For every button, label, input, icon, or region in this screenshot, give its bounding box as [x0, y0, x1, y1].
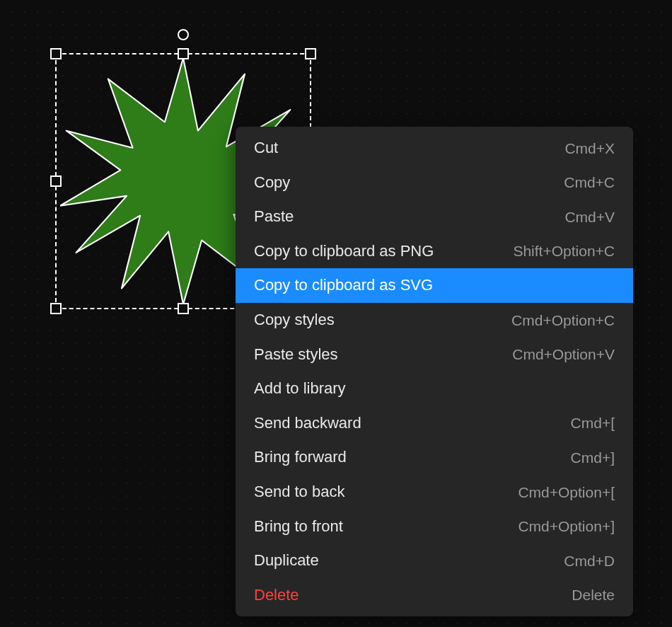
menu-item-send-to-back[interactable]: Send to backCmd+Option+[ [236, 475, 633, 510]
menu-item-cut[interactable]: CutCmd+X [236, 131, 633, 166]
menu-item-shortcut: Cmd+C [564, 173, 615, 192]
menu-item-label: Copy [254, 173, 290, 193]
context-menu: CutCmd+XCopyCmd+CPasteCmd+VCopy to clipb… [236, 127, 633, 616]
menu-item-label: Copy styles [254, 310, 335, 330]
resize-handle-bottom-left[interactable] [50, 303, 62, 314]
resize-handle-bottom-middle[interactable] [178, 303, 189, 314]
menu-item-shortcut: Cmd+X [564, 139, 615, 158]
menu-item-copy[interactable]: CopyCmd+C [236, 166, 633, 200]
menu-item-shortcut: Cmd+Option+[ [518, 483, 615, 502]
menu-item-label: Send backward [254, 413, 361, 434]
menu-item-duplicate[interactable]: DuplicateCmd+D [236, 543, 633, 578]
menu-item-label: Paste styles [254, 345, 338, 365]
menu-item-add-to-library[interactable]: Add to library [236, 372, 633, 406]
menu-item-delete[interactable]: DeleteDelete [236, 578, 633, 613]
menu-item-copy-styles[interactable]: Copy stylesCmd+Option+C [236, 303, 633, 338]
menu-item-label: Duplicate [254, 551, 319, 571]
menu-item-label: Bring forward [254, 447, 347, 468]
menu-item-label: Copy to clipboard as PNG [254, 241, 434, 262]
canvas-area[interactable]: CutCmd+XCopyCmd+CPasteCmd+VCopy to clipb… [0, 0, 672, 627]
menu-item-label: Paste [254, 207, 294, 227]
menu-item-shortcut: Delete [572, 585, 615, 604]
rotate-handle[interactable] [178, 29, 189, 40]
menu-item-shortcut: Cmd+V [564, 207, 615, 226]
menu-item-label: Add to library [254, 379, 346, 399]
menu-item-shortcut: Cmd+[ [571, 413, 615, 432]
menu-item-shortcut: Cmd+Option+V [512, 345, 615, 364]
menu-item-copy-to-clipboard-as-svg[interactable]: Copy to clipboard as SVG [236, 268, 633, 303]
menu-item-shortcut: Cmd+D [564, 551, 615, 570]
menu-item-label: Delete [254, 585, 299, 606]
resize-handle-top-right[interactable] [305, 48, 316, 59]
resize-handle-middle-left[interactable] [50, 176, 62, 187]
resize-handle-top-left[interactable] [50, 48, 62, 59]
resize-handle-top-middle[interactable] [178, 48, 189, 59]
menu-item-paste[interactable]: PasteCmd+V [236, 200, 633, 234]
menu-item-paste-styles[interactable]: Paste stylesCmd+Option+V [236, 338, 633, 372]
menu-item-label: Bring to front [254, 517, 343, 537]
menu-item-bring-forward[interactable]: Bring forwardCmd+] [236, 440, 633, 475]
menu-item-send-backward[interactable]: Send backwardCmd+[ [236, 406, 633, 441]
menu-item-shortcut: Cmd+Option+] [518, 517, 615, 536]
menu-item-shortcut: Cmd+] [571, 448, 615, 467]
menu-item-label: Copy to clipboard as SVG [254, 275, 433, 296]
menu-item-copy-to-clipboard-as-png[interactable]: Copy to clipboard as PNGShift+Option+C [236, 234, 633, 269]
menu-item-shortcut: Shift+Option+C [513, 241, 615, 260]
menu-item-label: Cut [254, 138, 278, 159]
menu-item-bring-to-front[interactable]: Bring to frontCmd+Option+] [236, 510, 633, 544]
menu-item-shortcut: Cmd+Option+C [511, 311, 615, 330]
menu-item-label: Send to back [254, 482, 344, 502]
